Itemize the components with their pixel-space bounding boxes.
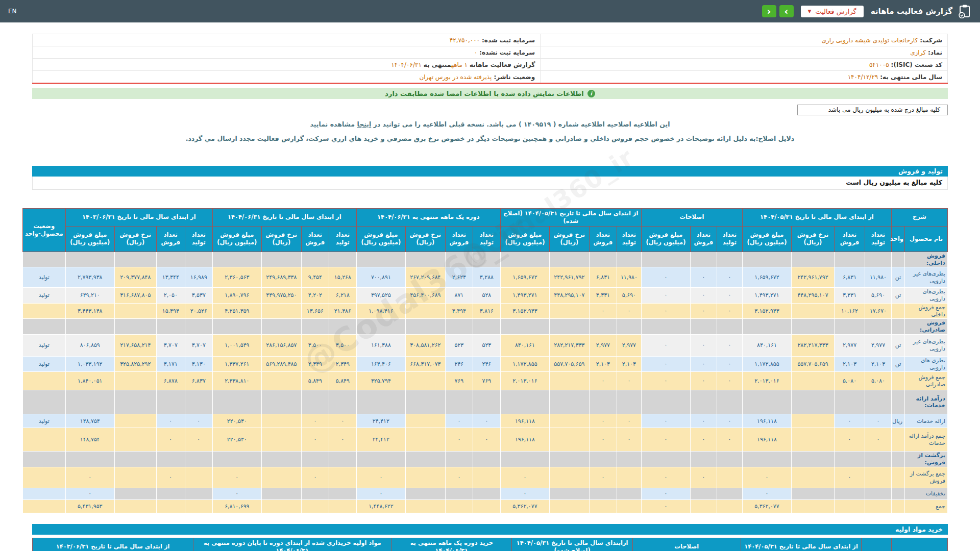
report-type-dropdown-label: گزارش فعالیت xyxy=(815,8,856,15)
cell-g6-qty xyxy=(185,390,212,414)
column-header: تعداد فروش xyxy=(834,226,865,252)
cell-g5-amt: ۱,۳۳۷,۲۶۱ xyxy=(212,356,261,372)
cell-g1-amt: ۸۴۰,۱۶۱ xyxy=(742,334,791,356)
cell-g6-qty xyxy=(185,488,212,499)
cell-g4-qty: ۲,۶۲۳ xyxy=(445,267,473,288)
column-header: تعداد تولید xyxy=(617,226,641,252)
report-type-dropdown[interactable]: گزارش فعالیت ▼ xyxy=(801,6,864,17)
cell-desc-name: برگشت از فروش: xyxy=(905,452,948,467)
cell-g3-qty xyxy=(617,467,641,488)
cell-g1-qty: ۵,۰۸۰ xyxy=(834,372,865,390)
cell-st-status xyxy=(22,467,65,488)
cell-g5-rate xyxy=(261,414,301,428)
cell-desc-name: درآمد ارائه خدمات: xyxy=(905,390,948,414)
cell-g6-qty: ۲,۰۵۰ xyxy=(156,288,185,304)
column-header: تعداد تولید xyxy=(717,226,742,252)
cell-g4-amt: ۷۰۰,۸۹۱ xyxy=(356,267,405,288)
cell-g3-rate: ۵۵۷,۷۰۵,۶۵۹ xyxy=(549,356,589,372)
column-header: تعداد تولید xyxy=(329,226,356,252)
cell-g6-amt: ۱,۰۳۳,۱۹۲ xyxy=(65,356,114,372)
cell-g4-qty xyxy=(473,452,500,467)
cell-st-status: تولید xyxy=(22,334,65,356)
language-toggle[interactable]: EN xyxy=(8,8,17,15)
info-icon: i xyxy=(587,90,595,97)
cell-g5-rate xyxy=(261,452,301,467)
cell-g5-qty: ۰ xyxy=(329,428,356,452)
cell-g5-qty: ۹,۴۵۴ xyxy=(301,267,329,288)
cell-g3-amt: ۲,۰۱۳,۰۱۶ xyxy=(500,372,549,390)
cell-g1-qty xyxy=(834,319,865,335)
cell-g1-qty: ۰ xyxy=(834,414,865,428)
cell-g4-rate: ۲۶۷,۲۰۹,۶۸۴ xyxy=(405,267,445,288)
cell-e-amt: ۰ xyxy=(641,372,690,390)
cell-e-qty xyxy=(717,452,742,467)
cell-e-qty xyxy=(690,319,717,335)
chevron-left-icon: ‹ xyxy=(767,6,771,17)
cell-g3-qty xyxy=(589,499,617,513)
next-report-button[interactable]: › xyxy=(779,5,794,17)
column-group-header: از ابتدای سال مالی تا تاریخ ۱۴۰۴/۰۶/۳۱ xyxy=(212,209,356,227)
cell-desc-unit xyxy=(891,372,904,390)
cell-g1-rate xyxy=(791,414,834,428)
cell-g3-rate xyxy=(549,390,589,414)
column-header: مبلغ فروش (میلیون ریال) xyxy=(641,226,690,252)
raw-materials-table: شرحواحداز ابتدای سال مالی تا تاریخ ۱۴۰۴/… xyxy=(32,538,948,551)
symbol-value[interactable]: کرازی xyxy=(910,49,926,56)
cell-desc-unit xyxy=(891,252,904,267)
cell-g6-rate xyxy=(114,467,156,488)
cell-g5-amt: ۲,۳۳۸,۸۱۰ xyxy=(212,372,261,390)
cell-g1-amt xyxy=(742,319,791,335)
cell-g4-amt xyxy=(356,390,405,414)
cell-e-qty: ۰ xyxy=(717,356,742,372)
column-header: نرخ فروش (ریال) xyxy=(114,226,156,252)
cell-g4-amt xyxy=(356,319,405,335)
production-sales-table-host: شرحاز ابتدای سال مالی تا تاریخ ۱۴۰۴/۰۵/۳… xyxy=(32,208,948,513)
cell-g3-rate xyxy=(549,428,589,452)
cell-st-status: تولید xyxy=(22,356,65,372)
cell-g5-qty xyxy=(329,488,356,499)
cell-g4-amt: ۲۴,۴۱۲ xyxy=(356,428,405,452)
cell-desc-unit xyxy=(891,467,904,488)
cell-st-status: تولید xyxy=(22,267,65,288)
cell-g1-qty xyxy=(865,390,891,414)
cell-g1-qty xyxy=(865,488,891,499)
cell-e-amt: ۰ xyxy=(641,267,690,288)
cell-e-amt: ۰ xyxy=(641,488,690,499)
cell-g1-rate xyxy=(791,452,834,467)
cell-g6-rate: ۲۱۷,۶۵۸,۲۱۴ xyxy=(114,334,156,356)
cell-g1-rate: ۲۸۲,۲۱۷,۳۳۳ xyxy=(791,334,834,356)
cell-st-status xyxy=(22,390,65,414)
previous-version-link[interactable]: اینجا xyxy=(357,120,371,128)
cell-g5-rate: ۴۴۹,۹۷۵,۲۵۰ xyxy=(261,288,301,304)
cell-g5-amt xyxy=(212,252,261,267)
cell-e-qty: ۰ xyxy=(690,334,717,356)
cell-g6-qty: ۳,۷۰۷ xyxy=(156,334,185,356)
cell-e-qty: ۰ xyxy=(717,428,742,452)
cell-g3-rate xyxy=(549,319,589,335)
column-header: مبلغ فروش (میلیون ریال) xyxy=(212,226,261,252)
column-header: واحد xyxy=(891,226,904,252)
cell-g3-qty: ۲,۹۷۷ xyxy=(589,334,617,356)
cell-e-qty: ۰ xyxy=(717,267,742,288)
cell-e-qty xyxy=(717,488,742,499)
previous-report-button[interactable]: ‹ xyxy=(762,5,776,17)
info-row-symbol: نماد:کرازی سرمایه ثبت نشده:۰ xyxy=(33,46,948,59)
cell-g3-qty: ۰ xyxy=(589,428,617,452)
cell-e-qty: ۰ xyxy=(717,288,742,304)
cell-g4-qty: ۳,۴۹۴ xyxy=(445,303,473,319)
column-group-header: وضعیت محصول-واحد xyxy=(22,209,65,252)
cell-g4-rate: ۳۰۸,۵۸۱,۲۶۲ xyxy=(405,334,445,356)
cell-g6-rate xyxy=(114,319,156,335)
column-group-header: شرح xyxy=(891,209,947,227)
cell-g5-rate xyxy=(261,372,301,390)
company-name-link[interactable]: کارخانجات تولیدی شیشه دارویی رازی xyxy=(821,37,918,44)
cell-desc-unit xyxy=(891,428,904,452)
correction-notice: این اطلاعیه اصلاحیه اطلاعیه شماره ( ۱۴۰۹… xyxy=(32,120,948,128)
isic-label: کد صنعت (ISIC): xyxy=(891,61,942,68)
cell-g4-qty xyxy=(445,390,473,414)
cell-g6-amt: ۸۰۶,۸۵۹ xyxy=(65,334,114,356)
cell-g4-rate xyxy=(405,499,445,513)
cell-g3-amt: ۸۴۰,۱۶۱ xyxy=(500,334,549,356)
cell-g6-qty: ۳,۱۷۱ xyxy=(156,356,185,372)
table-row: جمع درآمد ارائه خدمات۰۰۱۹۶,۱۱۸۰۰۰۰۰۱۹۶,۱… xyxy=(22,428,947,452)
